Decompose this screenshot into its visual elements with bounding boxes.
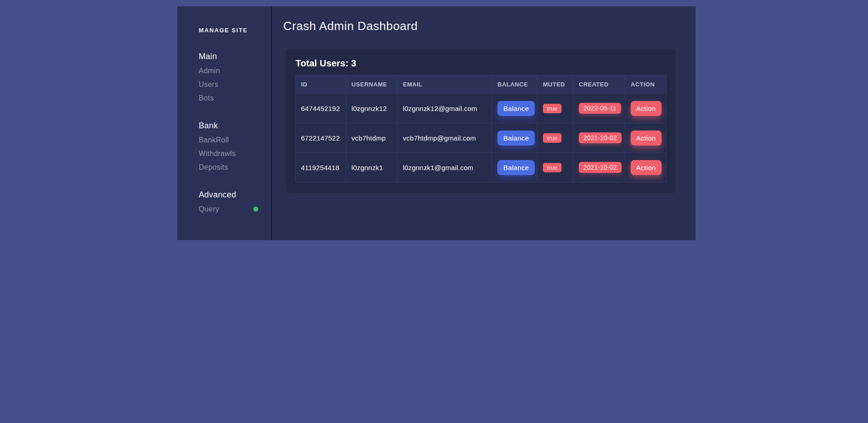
sidebar-item-admin[interactable]: Admin: [199, 66, 258, 76]
cell-id: 4119254418: [296, 153, 346, 182]
sidebar-item-deposits[interactable]: Deposits: [199, 162, 258, 172]
table-row: 4119254418 l0zgnnzk1 l0zgnnzk1@gmail.com…: [296, 153, 667, 182]
cell-muted: true: [537, 94, 573, 123]
cell-email: l0zgnnzk1@gmail.com: [397, 153, 492, 182]
cell-username: vcb7htdmp: [346, 123, 397, 153]
col-header-email: EMAIL: [397, 76, 492, 94]
sidebar-item-label: Admin: [199, 66, 220, 76]
sidebar-item-label: Bots: [199, 93, 214, 103]
total-users-label: Total Users: 3: [296, 58, 666, 69]
sidebar-item-users[interactable]: Users: [199, 80, 258, 89]
action-button[interactable]: Action: [631, 101, 662, 116]
col-header-balance: BALANCE: [492, 76, 537, 94]
users-card: Total Users: 3 ID USERNAME EMAIL BALANCE…: [286, 49, 676, 193]
table-row: 6722147522 vcb7htdmp vcb7htdmp@gmail.com…: [296, 123, 667, 153]
muted-badge: true: [543, 163, 562, 172]
col-header-id: ID: [296, 76, 346, 94]
sidebar-item-label: BankRoll: [199, 135, 229, 145]
created-date-badge: 2022-05-11: [579, 103, 621, 114]
muted-badge: true: [543, 104, 562, 113]
sidebar-item-label: Users: [199, 80, 218, 89]
cell-created: 2021-10-02: [573, 153, 625, 182]
cell-created: 2022-05-11: [573, 94, 625, 123]
cell-created: 2021-10-02: [573, 123, 625, 153]
sidebar-item-query[interactable]: Query: [199, 204, 258, 214]
main-content: Crash Admin Dashboard Total Users: 3 ID …: [272, 6, 696, 240]
sidebar-item-label: Withdrawls: [199, 149, 236, 158]
action-button[interactable]: Action: [631, 131, 662, 146]
sidebar-section-bank: Bank: [199, 120, 258, 131]
cell-username: l0zgnnzk1: [346, 153, 397, 182]
app-panel: MANAGE SITE Main Admin Users Bots Bank B…: [177, 6, 696, 240]
col-header-action: ACTION: [625, 76, 667, 94]
users-table: ID USERNAME EMAIL BALANCE MUTED CREATED …: [295, 75, 667, 182]
table-row: 6474452192 l0zgnnzk12 l0zgnnzk12@gmail.c…: [296, 94, 667, 123]
sidebar-item-label: Deposits: [199, 162, 228, 172]
sidebar-item-withdrawls[interactable]: Withdrawls: [199, 149, 258, 158]
col-header-username: USERNAME: [346, 76, 397, 94]
sidebar-item-bankroll[interactable]: BankRoll: [199, 135, 258, 145]
col-header-muted: MUTED: [537, 76, 573, 94]
table-header-row: ID USERNAME EMAIL BALANCE MUTED CREATED …: [296, 76, 667, 94]
action-button[interactable]: Action: [631, 160, 662, 175]
sidebar-item-bots[interactable]: Bots: [199, 93, 258, 103]
balance-button[interactable]: Balance: [497, 160, 535, 175]
cell-username: l0zgnnzk12: [346, 94, 397, 123]
sidebar-section-advanced: Advanced: [199, 189, 258, 200]
cell-email: vcb7htdmp@gmail.com: [397, 123, 492, 153]
sidebar-section-main: Main: [199, 51, 258, 62]
balance-button[interactable]: Balance: [497, 101, 535, 116]
cell-email: l0zgnnzk12@gmail.com: [397, 94, 492, 123]
cell-balance: Balance: [492, 153, 537, 182]
cell-id: 6722147522: [296, 123, 346, 153]
muted-badge: true: [543, 133, 562, 143]
cell-action: Action: [625, 123, 667, 153]
sidebar-brand-label: MANAGE SITE: [199, 27, 258, 34]
cell-balance: Balance: [492, 123, 537, 153]
cell-action: Action: [625, 94, 667, 123]
cell-balance: Balance: [492, 94, 537, 123]
sidebar: MANAGE SITE Main Admin Users Bots Bank B…: [177, 6, 272, 240]
col-header-created: CREATED: [573, 76, 625, 94]
cell-muted: true: [537, 123, 573, 153]
created-date-badge: 2021-10-02: [579, 162, 622, 173]
cell-muted: true: [537, 153, 573, 182]
balance-button[interactable]: Balance: [497, 131, 535, 146]
cell-action: Action: [625, 153, 667, 182]
created-date-badge: 2021-10-02: [579, 132, 622, 143]
page-title: Crash Admin Dashboard: [283, 19, 418, 33]
sidebar-item-label: Query: [199, 204, 219, 214]
cell-id: 6474452192: [296, 94, 346, 123]
online-status-dot-icon: [253, 206, 258, 212]
